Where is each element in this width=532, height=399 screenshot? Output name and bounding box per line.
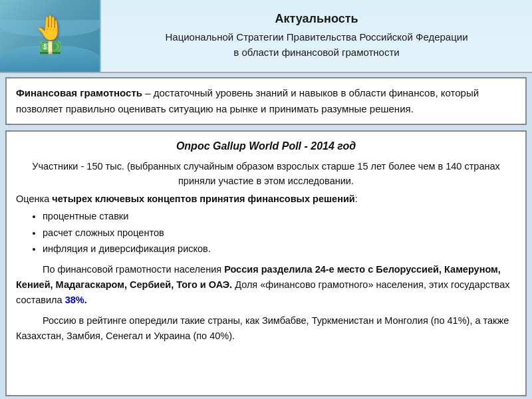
header-title-main: Актуальность bbox=[275, 12, 358, 26]
header-title-box: Актуальность Национальной Стратегии Прав… bbox=[100, 0, 532, 72]
survey-title: Опрос Gallup World Poll - 2014 год bbox=[16, 138, 516, 155]
russia-percent: 38%. bbox=[65, 295, 87, 305]
list-item: расчет сложных процентов bbox=[43, 225, 516, 240]
survey-box: Опрос Gallup World Poll - 2014 год Участ… bbox=[5, 130, 527, 396]
header-image: 🤚 💵 bbox=[0, 0, 100, 72]
header-title-sub: Национальной Стратегии Правительства Рос… bbox=[165, 30, 467, 60]
countries-note: Россию в рейтинге опередили такие страны… bbox=[16, 313, 516, 344]
page-wrapper: 🤚 💵 Актуальность Национальной Стратегии … bbox=[0, 0, 532, 399]
definition-term: Финансовая грамотность bbox=[16, 87, 142, 98]
header-section: 🤚 💵 Актуальность Национальной Стратегии … bbox=[0, 0, 532, 73]
russia-rank: По финансовой грамотности населения Росс… bbox=[16, 262, 516, 309]
survey-assessment: Оценка четырех ключевых концептов принят… bbox=[16, 192, 516, 206]
survey-participants: Участники - 150 тыс. (выбранных случайны… bbox=[16, 159, 516, 189]
definition-box: Финансовая грамотность – достаточный уро… bbox=[5, 77, 527, 125]
list-item: процентные ставки bbox=[43, 209, 516, 223]
bullet-list: процентные ставки расчет сложных процент… bbox=[43, 209, 516, 256]
list-item: инфляция и диверсификация рисков. bbox=[43, 241, 516, 256]
